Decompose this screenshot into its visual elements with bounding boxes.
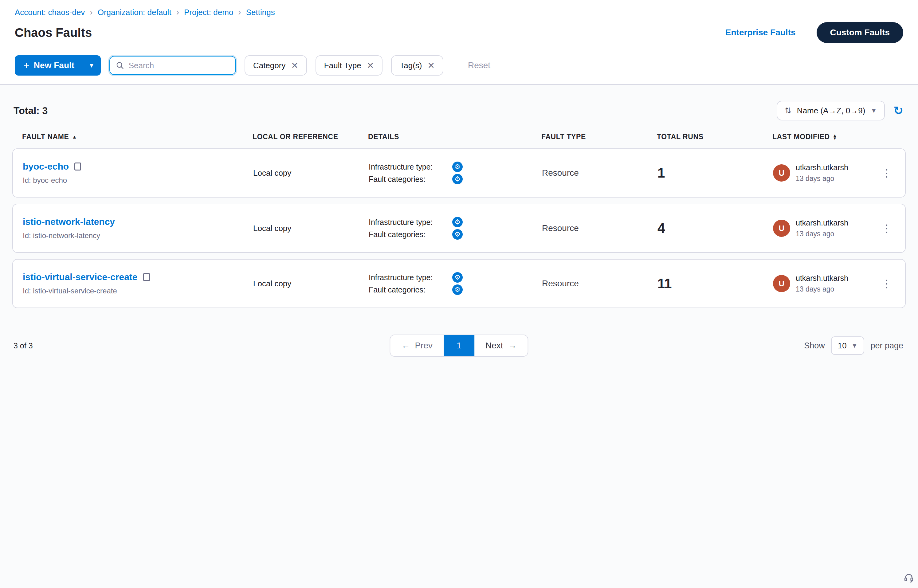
- kubernetes-icon: ⚙: [452, 284, 463, 295]
- column-total-runs: TOTAL RUNS: [657, 133, 773, 141]
- sort-dropdown[interactable]: ⇅ Name (A→Z, 0→9) ▼: [777, 101, 885, 120]
- per-page-label: per page: [870, 341, 903, 351]
- total-count: Total: 3: [13, 105, 48, 116]
- modified-by-user: utkarsh.utkarsh: [796, 274, 848, 283]
- custom-faults-button[interactable]: Custom Faults: [816, 22, 903, 43]
- fault-rows: byoc-echo Id: byoc-echo Local copy Infra…: [12, 149, 906, 308]
- column-details: DETAILS: [368, 133, 541, 141]
- total-runs-cell: 1: [658, 165, 773, 181]
- sort-ascending-icon: ▲: [72, 134, 77, 140]
- local-or-reference-cell: Local copy: [253, 168, 368, 178]
- new-fault-label: New Fault: [34, 61, 74, 70]
- chevron-down-icon: ▼: [871, 107, 877, 114]
- last-modified-cell: U utkarsh.utkarsh 13 days ago: [773, 218, 878, 238]
- column-local-or-reference: LOCAL OR REFERENCE: [252, 133, 368, 141]
- page-size-select[interactable]: 10 ▼: [831, 336, 865, 355]
- pagination: 3 of 3 ← Prev 1 Next → Show 10 ▼ per pag…: [0, 314, 918, 355]
- document-icon[interactable]: [74, 163, 81, 171]
- local-or-reference-cell: Local copy: [253, 224, 368, 233]
- fault-name-link[interactable]: byoc-echo: [23, 161, 69, 172]
- row-menu-icon[interactable]: ⋮: [878, 167, 895, 179]
- chevron-down-icon: ▼: [852, 342, 858, 349]
- arrow-right-icon: →: [508, 341, 517, 351]
- close-icon[interactable]: ✕: [428, 61, 435, 71]
- plus-icon: +: [23, 60, 29, 71]
- support-icon[interactable]: [903, 572, 914, 586]
- breadcrumb-organization[interactable]: Organization: default: [98, 8, 171, 17]
- column-last-modified[interactable]: LAST MODIFIED ▲▼: [773, 133, 879, 141]
- filter-chip-category[interactable]: Category ✕: [244, 55, 307, 76]
- close-icon[interactable]: ✕: [367, 61, 374, 71]
- close-icon[interactable]: ✕: [291, 61, 298, 71]
- modified-by-user: utkarsh.utkarsh: [796, 163, 848, 172]
- table-row: byoc-echo Id: byoc-echo Local copy Infra…: [12, 149, 906, 197]
- search-input[interactable]: [129, 61, 229, 70]
- new-fault-button[interactable]: + New Fault ▼: [15, 55, 101, 76]
- breadcrumb-project[interactable]: Project: demo: [184, 8, 233, 17]
- fault-categories-label: Fault categories:: [368, 230, 452, 239]
- breadcrumb-separator-icon: ›: [238, 7, 241, 17]
- breadcrumb-account[interactable]: Account: chaos-dev: [15, 8, 85, 17]
- fault-name-link[interactable]: istio-network-latency: [23, 216, 115, 227]
- kubernetes-icon: ⚙: [452, 217, 463, 227]
- infrastructure-type-label: Infrastructure type:: [368, 218, 452, 227]
- modified-time: 13 days ago: [796, 174, 848, 183]
- fault-id: Id: istio-network-latency: [23, 231, 253, 240]
- details-cell: Infrastructure type: ⚙ Fault categories:…: [368, 160, 542, 186]
- toolbar: + New Fault ▼ Category ✕ Fault Type ✕ Ta…: [0, 49, 918, 85]
- infrastructure-type-label: Infrastructure type:: [368, 273, 452, 282]
- fault-type-cell: Resource: [542, 168, 658, 178]
- infrastructure-type-label: Infrastructure type:: [368, 163, 452, 171]
- enterprise-faults-link[interactable]: Enterprise Faults: [726, 27, 796, 37]
- faults-table: FAULT NAME ▲ LOCAL OR REFERENCE DETAILS …: [0, 129, 918, 308]
- details-cell: Infrastructure type: ⚙ Fault categories:…: [368, 270, 542, 297]
- filter-label: Tag(s): [400, 61, 422, 70]
- avatar: U: [773, 275, 790, 292]
- fault-type-cell: Resource: [542, 223, 658, 233]
- local-or-reference-cell: Local copy: [253, 279, 368, 289]
- page-1-button[interactable]: 1: [444, 335, 474, 356]
- refresh-icon[interactable]: ↻: [894, 105, 903, 116]
- last-modified-cell: U utkarsh.utkarsh 13 days ago: [773, 274, 878, 293]
- filter-label: Fault Type: [324, 61, 361, 70]
- pager: ← Prev 1 Next →: [390, 334, 528, 357]
- search-icon: [116, 61, 124, 70]
- fault-name-link[interactable]: istio-virtual-service-create: [23, 272, 137, 282]
- kubernetes-icon: ⚙: [452, 272, 463, 283]
- next-page-button[interactable]: Next →: [474, 335, 528, 356]
- fault-id: Id: byoc-echo: [23, 176, 253, 185]
- page-range: 3 of 3: [13, 341, 33, 350]
- kubernetes-icon: ⚙: [452, 174, 463, 184]
- total-runs-cell: 11: [658, 276, 773, 291]
- chevron-down-icon[interactable]: ▼: [82, 55, 101, 76]
- table-row: istio-virtual-service-create Id: istio-v…: [12, 259, 906, 308]
- fault-name-cell: byoc-echo Id: byoc-echo: [23, 161, 253, 185]
- last-modified-cell: U utkarsh.utkarsh 13 days ago: [773, 163, 878, 183]
- sort-arrows-icon: ⇅: [785, 106, 792, 116]
- breadcrumb-settings[interactable]: Settings: [246, 8, 275, 17]
- show-label: Show: [804, 341, 825, 351]
- fault-id: Id: istio-virtual-service-create: [23, 287, 253, 295]
- prev-page-button[interactable]: ← Prev: [390, 335, 444, 356]
- sort-value: Name (A→Z, 0→9): [797, 106, 865, 116]
- breadcrumb-separator-icon: ›: [90, 7, 92, 17]
- row-menu-icon[interactable]: ⋮: [878, 278, 895, 290]
- row-menu-icon[interactable]: ⋮: [878, 222, 895, 234]
- filter-chip-fault-type[interactable]: Fault Type ✕: [315, 55, 383, 76]
- filter-chip-tags[interactable]: Tag(s) ✕: [391, 55, 443, 76]
- column-fault-name[interactable]: FAULT NAME ▲: [22, 133, 252, 141]
- filter-label: Category: [253, 61, 286, 70]
- fault-name-cell: istio-virtual-service-create Id: istio-v…: [23, 272, 253, 295]
- page-title: Chaos Faults: [15, 26, 92, 40]
- reset-filters-link[interactable]: Reset: [468, 61, 490, 70]
- fault-type-cell: Resource: [542, 279, 658, 289]
- modified-by-user: utkarsh.utkarsh: [796, 218, 848, 227]
- kubernetes-icon: ⚙: [452, 162, 463, 172]
- table-header-row: FAULT NAME ▲ LOCAL OR REFERENCE DETAILS …: [12, 129, 906, 149]
- arrow-left-icon: ←: [401, 341, 410, 351]
- total-runs-cell: 4: [658, 221, 773, 236]
- document-icon[interactable]: [143, 273, 150, 281]
- fault-name-cell: istio-network-latency Id: istio-network-…: [23, 216, 253, 240]
- details-cell: Infrastructure type: ⚙ Fault categories:…: [368, 215, 542, 241]
- breadcrumb-separator-icon: ›: [176, 7, 179, 17]
